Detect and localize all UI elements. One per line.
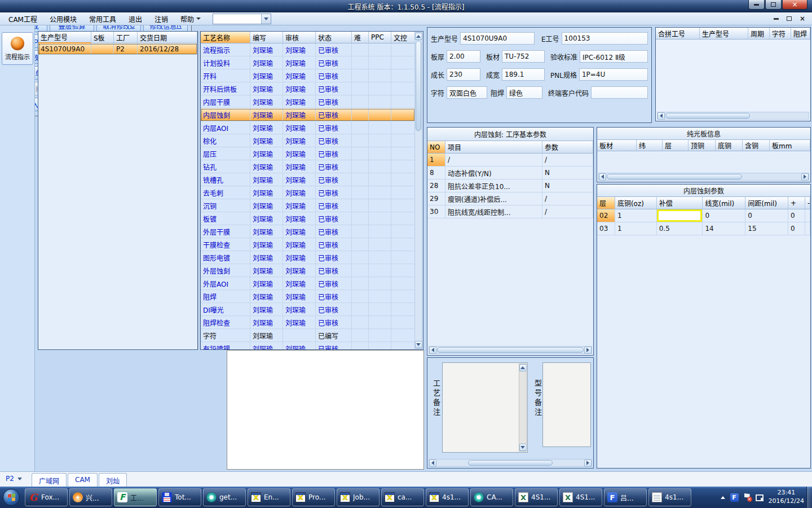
process-row[interactable]: 计划投料 刘琛瑜 刘琛瑜 已审核 bbox=[201, 56, 415, 69]
mdi-minimize-icon[interactable] bbox=[774, 18, 779, 20]
process-row[interactable]: 流程指示 刘琛瑜 刘琛瑜 已审核 bbox=[201, 43, 415, 56]
tray-app-icon[interactable]: F bbox=[730, 493, 739, 502]
e-number-field[interactable]: 100153 bbox=[562, 32, 648, 45]
column-header[interactable]: 工艺名称 bbox=[201, 32, 250, 43]
column-header[interactable]: 参数 bbox=[542, 141, 593, 154]
order-row-selected[interactable]: 4S1070U9A0 P2 2016/12/28 bbox=[38, 43, 197, 55]
taskbar-app-button[interactable]: Tot... bbox=[158, 488, 201, 506]
restore-button[interactable] bbox=[765, 0, 782, 10]
column-header[interactable]: 纬 bbox=[637, 140, 663, 151]
quick-search-combobox[interactable] bbox=[213, 14, 271, 24]
column-header[interactable]: 间距(mil) bbox=[745, 197, 788, 209]
column-header[interactable]: 难 bbox=[352, 32, 369, 43]
process-row[interactable]: 层压 刘琛瑜 刘琛瑜 已审核 bbox=[201, 147, 415, 160]
process-row[interactable]: 内层AOI 刘琛瑜 刘琛瑜 已审核 bbox=[201, 121, 415, 134]
solder-mask-field[interactable]: 绿色 bbox=[506, 86, 542, 99]
column-header[interactable]: 补偿 bbox=[657, 197, 703, 209]
column-header[interactable]: S板 bbox=[91, 32, 114, 43]
process-row[interactable]: DI曝光 刘琛瑜 刘琛瑜 已审核 bbox=[201, 303, 415, 316]
menu-item[interactable]: 退出 bbox=[122, 12, 148, 25]
network-icon[interactable] bbox=[756, 494, 764, 501]
column-header[interactable]: 审核 bbox=[283, 32, 316, 43]
process-row[interactable]: 外层AOI 刘琛瑜 刘琛瑜 已审核 bbox=[201, 277, 415, 290]
column-header[interactable]: 层 bbox=[597, 197, 615, 209]
finished-length-field[interactable]: 230 bbox=[447, 68, 480, 81]
column-header[interactable]: NO bbox=[427, 141, 445, 154]
tray-expand-icon[interactable] bbox=[721, 496, 725, 499]
taskbar-app-button[interactable]: X ca... bbox=[381, 488, 424, 506]
column-header[interactable]: 板材 bbox=[597, 140, 637, 151]
process-row[interactable]: 外层干膜 刘琛瑜 刘琛瑜 已审核 bbox=[201, 225, 415, 238]
board-material-field[interactable]: TU-752 bbox=[502, 50, 545, 63]
menu-item[interactable]: 常用工具 bbox=[83, 12, 122, 25]
scroll-left-button[interactable] bbox=[599, 173, 606, 181]
menu-item[interactable]: 帮助 bbox=[174, 12, 207, 25]
menu-item[interactable]: CAM工程 bbox=[2, 12, 43, 25]
scrollbar-thumb[interactable] bbox=[416, 41, 421, 131]
process-row[interactable]: 沉铜 刘琛瑜 刘琛瑜 已审核 bbox=[201, 199, 415, 212]
taskbar-app-button[interactable]: ★ 兴... bbox=[69, 488, 112, 506]
taskbar-app-button[interactable]: get... bbox=[203, 488, 246, 506]
menu-item[interactable]: 公用模块 bbox=[43, 12, 83, 25]
column-header[interactable]: PPC bbox=[369, 32, 391, 43]
legend-field[interactable]: 双面白色 bbox=[447, 86, 487, 99]
scroll-right-button[interactable] bbox=[801, 173, 809, 181]
model-remark-textarea[interactable] bbox=[542, 362, 591, 447]
param-row[interactable]: 29 瘦铜(通道)补偿后... / bbox=[427, 192, 593, 205]
column-header[interactable]: 状态 bbox=[316, 32, 352, 43]
bare-board-scrollbar[interactable] bbox=[598, 173, 809, 181]
start-button[interactable] bbox=[3, 489, 20, 506]
taskbar-app-button[interactable]: X Pro... bbox=[292, 488, 335, 506]
taskbar-app-button[interactable]: CA... bbox=[470, 488, 513, 506]
taskbar-app-button[interactable]: X 4S1... bbox=[515, 488, 558, 506]
column-header[interactable]: 顶铜 bbox=[689, 140, 716, 151]
scroll-up-button[interactable] bbox=[415, 33, 422, 40]
column-header[interactable]: 编写 bbox=[250, 32, 283, 43]
column-header[interactable]: 生产型号 bbox=[38, 32, 91, 43]
etch-row[interactable]: 03 1 0.5 14 15 0 bbox=[597, 222, 810, 235]
column-header[interactable]: 项目 bbox=[445, 141, 542, 154]
remark-scrollbar[interactable] bbox=[519, 364, 527, 452]
column-header[interactable]: - bbox=[805, 197, 810, 209]
taskbar-app-button[interactable]: X Job... bbox=[337, 488, 379, 506]
action-center-flag-icon[interactable] bbox=[744, 493, 751, 501]
column-header[interactable]: 合拼工号 bbox=[656, 28, 700, 40]
process-row[interactable]: 阻焊 刘琛瑜 刘琛瑜 已审核 bbox=[201, 290, 415, 303]
column-header[interactable]: 文控 bbox=[391, 32, 415, 43]
column-header[interactable]: 交货日期 bbox=[138, 32, 197, 43]
column-header[interactable]: 板mm bbox=[770, 140, 810, 151]
process-remark-textarea[interactable] bbox=[442, 362, 528, 453]
column-header[interactable]: 含铜 bbox=[743, 140, 770, 151]
scrollbar-thumb[interactable] bbox=[607, 174, 742, 179]
column-header[interactable]: 字符 bbox=[770, 28, 791, 40]
column-header[interactable]: 线宽(mil) bbox=[703, 197, 745, 209]
scroll-down-button[interactable] bbox=[415, 341, 422, 348]
compensation-edit-cell[interactable] bbox=[657, 209, 703, 222]
process-row[interactable]: 字符 刘琛瑜 已编写 bbox=[201, 329, 415, 342]
scrollbar-thumb[interactable] bbox=[665, 113, 750, 119]
taskbar-app-button[interactable]: 4s1... bbox=[648, 488, 691, 506]
taskbar-app-button[interactable]: F 吕... bbox=[604, 488, 647, 506]
minimize-button[interactable] bbox=[748, 0, 765, 10]
scroll-up-button[interactable] bbox=[519, 364, 527, 371]
process-row[interactable]: 阻焊检查 刘琛瑜 刘琛瑜 已审核 bbox=[201, 316, 415, 329]
taskbar-clock[interactable]: 23:41 2016/12/24 bbox=[769, 489, 804, 506]
column-header[interactable]: + bbox=[788, 197, 805, 209]
site-selector[interactable]: P2 bbox=[6, 475, 22, 483]
scroll-left-button[interactable] bbox=[429, 347, 436, 354]
status-tab[interactable]: 刘灿 bbox=[99, 473, 127, 488]
status-tab[interactable]: CAM bbox=[68, 473, 98, 488]
production-model-field[interactable]: 4S1070U9A0 bbox=[460, 32, 535, 45]
column-header[interactable]: 生产型号 bbox=[700, 28, 748, 40]
close-button[interactable]: × bbox=[782, 0, 807, 10]
process-row[interactable]: 内层蚀刻 刘琛瑜 刘琛瑜 已审核 bbox=[201, 108, 415, 121]
column-header[interactable]: 周期 bbox=[748, 28, 770, 40]
process-row[interactable]: 内层干膜 刘琛瑜 刘琛瑜 已审核 bbox=[201, 95, 415, 108]
process-row[interactable]: 板镀 刘琛瑜 刘琛瑜 已审核 bbox=[201, 212, 415, 225]
column-header[interactable]: 阻焊 bbox=[791, 28, 810, 40]
taskbar-app-button[interactable]: X En... bbox=[248, 488, 290, 506]
column-header[interactable]: 层 bbox=[663, 140, 689, 151]
process-row[interactable]: 干膜检查 刘琛瑜 刘琛瑜 已审核 bbox=[201, 238, 415, 251]
scroll-down-button[interactable] bbox=[519, 444, 527, 451]
taskbar-app-button[interactable]: X 4S1... bbox=[559, 488, 602, 506]
